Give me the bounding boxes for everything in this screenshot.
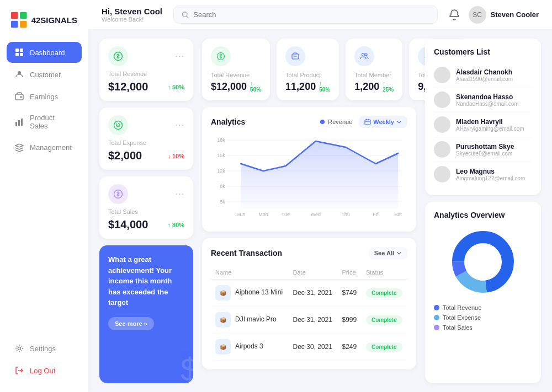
card-menu-expense[interactable]: ··· — [176, 120, 184, 130]
overview-card: Analytics Overview 73% 19% — [425, 202, 541, 383]
stat-value-product: 11,200 — [285, 81, 316, 93]
trans-avatar: 📦 — [215, 285, 231, 300]
nav-items: Dashboard Customer Earnings — [0, 42, 88, 338]
svg-text:Tue: Tue — [282, 212, 290, 217]
list-item[interactable]: Mladen Havryil AHavrylgaming@email.com — [434, 112, 532, 137]
trans-name: 📦Aiphone 13 Mini — [211, 280, 289, 307]
overview-legend: Total Revenue Total Expense Total Sales — [434, 304, 532, 331]
see-all-button[interactable]: See All — [369, 247, 407, 259]
svg-rect-11 — [15, 122, 17, 126]
customer-name: Alasdair Chanokh — [456, 68, 513, 76]
svg-rect-13 — [21, 119, 23, 126]
user-icon — [14, 69, 24, 79]
card-value-sales: $14,000 — [108, 218, 148, 231]
svg-rect-24 — [365, 120, 370, 125]
svg-text:Sat: Sat — [395, 212, 402, 217]
stat-label-revenue: Total Revenue — [211, 72, 261, 78]
table-row: 📦Airpods 3 Dec 30, 2021 $249 Complete — [211, 334, 407, 361]
card-label-sales: Total Sales — [108, 208, 184, 215]
customer-avatar — [434, 116, 450, 133]
svg-text:18k: 18k — [217, 137, 225, 143]
sidebar-label-earnings: Earnings — [30, 93, 58, 101]
trans-avatar: 📦 — [215, 312, 231, 327]
avatar: SC — [469, 6, 486, 24]
promo-bg-icon: $ — [181, 351, 193, 383]
expense-icon-circle — [108, 115, 128, 135]
card-menu-sales[interactable]: ··· — [176, 189, 184, 199]
list-item[interactable]: Purushottam Skye Skyecute0@email.com — [434, 137, 532, 162]
legend-item-sales: Total Sales — [434, 324, 532, 331]
logout-icon — [14, 366, 24, 375]
svg-rect-0 — [11, 12, 18, 19]
svg-text:19%: 19% — [479, 244, 487, 248]
svg-text:8%: 8% — [494, 255, 500, 259]
stat-member-icon — [354, 46, 374, 66]
analytics-card: Analytics Revenue Weekly — [202, 107, 416, 232]
logo: 42SIGNALS — [0, 11, 88, 42]
list-item[interactable]: Leo Magnus Aingmalung122@email.com — [434, 162, 532, 186]
customer-info: Skenandoa Hasso NandaoHass@email.com — [456, 93, 519, 107]
sidebar-item-product-sales[interactable]: Product Sales — [7, 108, 82, 136]
svg-point-10 — [20, 96, 22, 98]
transactions-table: Name Date Price Status 📦Aiphone 13 Mini … — [211, 266, 407, 361]
user-avatar-wrap[interactable]: SC Steven Cooler — [469, 6, 539, 24]
analytics-legend-label: Revenue — [328, 119, 352, 125]
card-change-sales: ↑ 80% — [167, 222, 184, 228]
customer-info: Leo Magnus Aingmalung122@email.com — [456, 168, 525, 181]
sidebar-item-management[interactable]: Management — [7, 137, 82, 158]
list-item[interactable]: Alasdair Chanokh Alasd1990@email.com — [434, 63, 532, 88]
customer-avatar — [434, 166, 450, 182]
notification-bell-icon[interactable] — [449, 9, 460, 21]
see-more-button[interactable]: See more » — [108, 317, 154, 330]
transactions-title: Recent Transaction — [211, 249, 282, 257]
svg-marker-35 — [241, 141, 398, 209]
legend-dot-sales — [434, 325, 439, 330]
weekly-button[interactable]: Weekly — [359, 116, 407, 128]
sidebar-item-settings[interactable]: Settings — [7, 338, 82, 359]
search-input[interactable] — [193, 10, 429, 19]
customer-name: Skenandoa Hasso — [456, 93, 519, 101]
stat-card-revenue: Total Revenue $12,000 ↑ 50% — [202, 39, 270, 100]
sidebar-item-logout[interactable]: Log Out — [7, 360, 82, 381]
header: Hi, Steven Cool Welcome Back! SC Steven … — [88, 0, 552, 30]
donut-svg: 73% 19% 8% — [447, 226, 519, 298]
svg-text:8k: 8k — [220, 184, 225, 189]
sidebar-label-product-sales: Product Sales — [30, 114, 74, 130]
svg-rect-7 — [20, 53, 23, 56]
analytics-legend: Revenue — [320, 119, 352, 125]
sidebar-label-logout: Log Out — [30, 367, 55, 375]
right-column: Customers List Alasdair Chanokh Alasd199… — [425, 39, 541, 383]
stat-revenue-icon — [211, 46, 231, 66]
sidebar-label-customer: Customer — [30, 71, 61, 79]
col-status: Status — [362, 266, 407, 280]
svg-rect-1 — [20, 12, 27, 19]
sidebar-item-customer[interactable]: Customer — [7, 64, 82, 85]
list-item[interactable]: Skenandoa Hasso NandaoHass@email.com — [434, 88, 532, 112]
customer-info: Purushottam Skye Skyecute0@email.com — [456, 143, 514, 157]
search-bar[interactable] — [173, 6, 438, 24]
dollar-circle-icon — [113, 51, 123, 61]
product-stat-icon — [291, 52, 300, 61]
trans-name: 📦DJI mavic Pro — [211, 307, 289, 334]
table-row: 📦DJI mavic Pro Dec 31, 2021 $999 Complet… — [211, 307, 407, 334]
calendar-icon — [364, 119, 371, 125]
card-total-revenue-mini: ··· Total Revenue $12,000 ↑ 50% — [99, 39, 193, 101]
svg-text:Thu: Thu — [342, 212, 350, 217]
stat-change-member: ↑ 25% — [383, 80, 394, 93]
overview-title: Analytics Overview — [434, 211, 532, 219]
gear-icon — [14, 343, 24, 353]
legend-item-revenue: Total Revenue — [434, 304, 532, 311]
left-column: ··· Total Revenue $12,000 ↑ 50% — [99, 39, 193, 383]
legend-dot-revenue — [320, 120, 325, 124]
sidebar-item-earnings[interactable]: Earnings — [7, 86, 82, 107]
card-total-expense: ··· Total Expense $2,000 ↓ 10% — [99, 108, 193, 170]
card-menu-revenue[interactable]: ··· — [176, 51, 184, 61]
sidebar-item-dashboard[interactable]: Dashboard — [7, 42, 82, 63]
chevron-down-icon — [396, 119, 402, 125]
analytics-chart: 18k 15k 12k 8k 5k — [211, 135, 407, 223]
customer-email: Aingmalung122@email.com — [456, 175, 525, 181]
layers-icon — [14, 142, 24, 152]
main: Hi, Steven Cool Welcome Back! SC Steven … — [88, 0, 552, 392]
svg-rect-12 — [18, 120, 20, 126]
svg-rect-4 — [15, 49, 19, 52]
